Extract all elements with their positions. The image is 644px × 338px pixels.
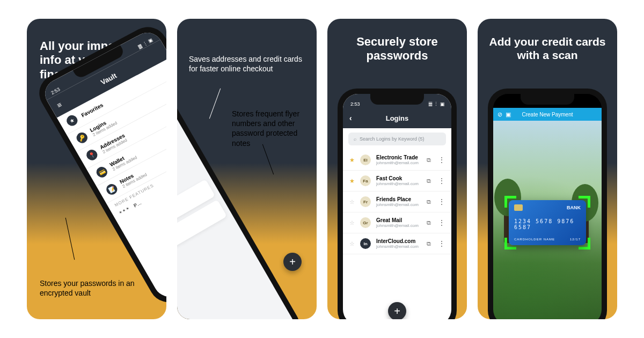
screen-title: Logins — [386, 114, 409, 122]
more-icon[interactable]: ⋮ — [436, 198, 445, 205]
login-email: johnsmith@email.com — [376, 244, 421, 249]
more-icon[interactable]: ⋮ — [436, 219, 445, 226]
more-icon[interactable]: ⋮ — [436, 156, 445, 164]
copy-icon[interactable]: ⧉ — [427, 157, 431, 164]
login-row[interactable]: ☆FrFriends Placejohnsmith@email.com⧉⋮ — [343, 192, 451, 212]
phone-notch — [521, 94, 574, 105]
camera-viewfinder: BANK 1234 5678 9876 6587 CARDHOLDER NAME… — [493, 121, 602, 319]
screenshot-panel-4: Add your credit cards with a scan ⊘ ▣ Cr… — [478, 19, 617, 319]
menu-icon[interactable]: ≡ — [55, 100, 63, 110]
card-chip-icon — [514, 204, 523, 211]
phone-notch — [370, 94, 424, 105]
screenshot-panel-1: All your important info at your fingerti… — [27, 19, 166, 319]
more-icon[interactable]: ⋮ — [436, 177, 445, 185]
login-name: Fast Cook — [376, 175, 421, 181]
panel2-tagline-addresses: Saves addresses and credit cards for fas… — [189, 54, 306, 74]
status-indicators: ䷀ ⋮ ▣ — [428, 101, 445, 107]
card-bank: BANK — [567, 205, 581, 210]
login-row[interactable]: ☆GrGreat Mailjohnsmith@email.com⧉⋮ — [343, 212, 451, 233]
category-icon: 📝 — [104, 182, 119, 197]
favorite-star-icon[interactable]: ☆ — [349, 240, 355, 247]
category-icon: 💳 — [94, 165, 109, 180]
login-avatar: Gr — [360, 217, 371, 228]
login-email: johnsmith@email.com — [376, 160, 421, 165]
login-row[interactable]: ★ElElectronic Tradejohnsmith@email.com⧉⋮ — [343, 150, 451, 171]
login-name: Great Mail — [376, 217, 421, 223]
favorite-star-icon[interactable]: ★ — [349, 157, 355, 164]
cancel-icon[interactable]: ⊘ — [497, 111, 502, 118]
search-icon: ⌕ — [354, 136, 356, 142]
login-email: johnsmith@email.com — [376, 202, 421, 207]
login-list: ★ElElectronic Tradejohnsmith@email.com⧉⋮… — [343, 150, 451, 254]
login-row[interactable]: ☆InInterCloud.comjohnsmith@email.com⧉⋮ — [343, 233, 451, 254]
password-mask: *** — [119, 206, 132, 216]
add-button[interactable]: + — [388, 302, 406, 319]
card-number: 1234 5678 9876 6587 — [514, 218, 581, 230]
scan-title: Create New Payment — [522, 112, 573, 117]
screenshot-panel-3: Securely store passwords 2:53 ䷀ ⋮ ▣ ‹ Lo… — [327, 19, 467, 319]
login-name: Friends Place — [376, 196, 421, 202]
copy-icon[interactable]: ⧉ — [427, 219, 431, 226]
copy-icon[interactable]: ⧉ — [427, 199, 431, 205]
card-holder: CARDHOLDER NAME — [514, 238, 555, 241]
category-icon: 📍 — [84, 148, 99, 162]
screen-title: Vault — [99, 71, 118, 86]
phone-mockup-scan: ⊘ ▣ Create New Payment BANK — [488, 89, 607, 319]
category-icon: ★ — [64, 113, 79, 128]
panel3-headline: Securely store passwords — [327, 35, 467, 63]
add-button[interactable]: + — [283, 253, 302, 271]
panel4-headline: Add your credit cards with a scan — [478, 35, 617, 62]
screenshot-panel-2: Saves addresses and credit cards for fas… — [177, 19, 317, 319]
favorite-star-icon[interactable]: ★ — [349, 178, 355, 185]
favorite-star-icon[interactable]: ☆ — [349, 199, 355, 205]
login-name: Electronic Trade — [376, 155, 421, 160]
scan-frame: BANK 1234 5678 9876 6587 CARDHOLDER NAME… — [504, 196, 590, 249]
login-avatar: Fr — [360, 196, 371, 207]
login-email: johnsmith@email.com — [376, 223, 421, 228]
search-input[interactable]: ⌕ Search Logins by Keyword (5) — [348, 133, 446, 145]
card-expiry: 12/17 — [570, 238, 581, 241]
status-time: 2:53 — [350, 101, 360, 107]
password-generator-label: P… — [133, 200, 142, 209]
login-avatar: In — [360, 238, 371, 249]
copy-icon[interactable]: ⧉ — [427, 240, 431, 247]
login-row[interactable]: ★FaFast Cookjohnsmith@email.com⧉⋮ — [343, 171, 451, 192]
panel1-tagline: Stores your passwords in an encrypted va… — [40, 278, 166, 298]
login-email: johnsmith@email.com — [376, 181, 421, 186]
login-avatar: El — [360, 155, 371, 165]
app-header-logins: ‹ Logins — [343, 108, 451, 128]
camera-icon[interactable]: ▣ — [506, 111, 511, 118]
callout-line — [65, 218, 75, 260]
search-placeholder: Search Logins by Keyword (5) — [360, 136, 425, 142]
copy-icon[interactable]: ⧉ — [427, 178, 431, 185]
callout-line — [262, 144, 274, 175]
favorite-star-icon[interactable]: ☆ — [349, 219, 355, 226]
phone-mockup-logins: 2:53 ䷀ ⋮ ▣ ‹ Logins ⌕ Search Logins by K… — [338, 89, 457, 319]
back-icon[interactable]: ‹ — [349, 114, 352, 122]
panel2-tagline-notes: Stores frequent flyer numbers and other … — [232, 109, 307, 148]
more-icon[interactable]: ⋮ — [436, 240, 445, 247]
scan-header: ⊘ ▣ Create New Payment — [493, 108, 602, 121]
login-avatar: Fa — [360, 175, 371, 186]
login-name: InterCloud.com — [376, 238, 421, 244]
callout-line — [209, 89, 221, 119]
category-icon: 🔑 — [75, 130, 90, 145]
credit-card-preview: BANK 1234 5678 9876 6587 CARDHOLDER NAME… — [509, 200, 586, 245]
